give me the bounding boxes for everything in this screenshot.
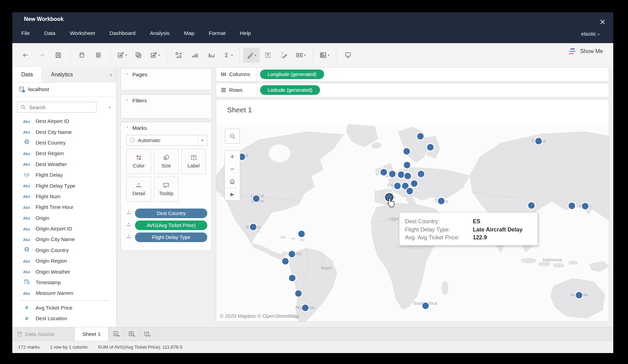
map-mark[interactable] (381, 169, 387, 176)
map-mark[interactable] (582, 203, 589, 210)
map-mark[interactable] (253, 196, 260, 202)
undo-button[interactable] (17, 48, 34, 63)
annotate-button[interactable] (276, 48, 293, 63)
pill-latitude-generated-[interactable]: Latitude (generated) (260, 85, 320, 95)
clear-sheet-button[interactable]: ▾ (147, 48, 163, 63)
collapse-icon[interactable]: ⌃ (126, 73, 129, 77)
collapse-pane-icon[interactable]: ‹ (106, 67, 116, 82)
mark-type-dropdown[interactable]: Automatic ▾ (126, 135, 207, 146)
map-mark[interactable] (298, 231, 305, 237)
save-button[interactable] (50, 48, 66, 63)
menu-file[interactable]: File (21, 28, 30, 38)
field-flight-time-hour[interactable]: AbcFlight Time Hour (12, 202, 116, 212)
pill-flight-delay-type[interactable]: Flight Delay Type (135, 233, 207, 242)
map-mark[interactable] (405, 173, 411, 179)
new-story-button[interactable] (140, 327, 155, 341)
map-mark[interactable] (418, 171, 424, 177)
field-dest-region[interactable]: AbcDest Region (12, 148, 116, 159)
map-mark[interactable] (417, 133, 424, 140)
size-shelf-button[interactable]: Size (154, 149, 178, 174)
pill-avg-avg-ticket-price-[interactable]: AVG(Avg Ticket Price) (135, 221, 207, 230)
map-mark[interactable] (576, 292, 582, 299)
zoom-out-button[interactable]: − (225, 163, 240, 175)
label-shelf-button[interactable]: Label (181, 149, 206, 174)
pages-card[interactable]: ⌃ Pages (121, 68, 212, 90)
columns-shelf[interactable]: Columns Longitude (generated) (216, 67, 609, 81)
search-options-icon[interactable]: ▾ (107, 104, 112, 111)
detail-shelf-icon[interactable] (126, 234, 131, 240)
field-avg-ticket-price[interactable]: #Avg Ticket Price (12, 302, 116, 313)
map-mark[interactable] (295, 290, 302, 297)
map-mark[interactable] (250, 224, 257, 230)
chevron-down-icon[interactable]: ▾ (198, 135, 207, 145)
fit-button[interactable]: ▾ (293, 48, 309, 63)
map-mark[interactable] (535, 138, 542, 145)
new-worksheet-button[interactable] (109, 327, 124, 341)
color-shelf-button[interactable]: Color (126, 149, 151, 174)
map-search-button[interactable] (225, 129, 240, 143)
zoom-in-button[interactable]: + (225, 151, 240, 163)
field-origin-country[interactable]: Origin Country (12, 245, 116, 255)
sort-descending-button[interactable] (203, 48, 220, 63)
show-me-button[interactable]: Show Me (568, 48, 603, 55)
redo-button[interactable] (34, 48, 50, 63)
sort-ascending-button[interactable] (187, 48, 203, 63)
map-mark[interactable] (289, 251, 295, 258)
sheet-tab-sheet-1[interactable]: Sheet 1 (74, 327, 108, 341)
user-menu[interactable]: elastic▾ (581, 31, 600, 37)
map-mark[interactable] (282, 258, 289, 265)
map-mark[interactable] (407, 188, 413, 194)
field-flight-delay[interactable]: T|FFlight Delay (12, 170, 116, 180)
tooltip-shelf-button[interactable]: Tooltip (154, 177, 178, 202)
close-icon[interactable]: ✕ (600, 18, 606, 26)
menu-dashboard[interactable]: Dashboard (109, 28, 136, 38)
map-mark[interactable] (438, 198, 445, 204)
show-mark-labels-button[interactable] (260, 48, 276, 63)
field-dest-airport-id[interactable]: AbcDest Airport ID (12, 116, 116, 126)
field-origin-region[interactable]: AbcOrigin Region (12, 255, 116, 266)
map-mark[interactable] (394, 183, 401, 189)
map-mark[interactable] (302, 305, 309, 311)
map-mark[interactable] (427, 144, 434, 151)
field-timestamp[interactable]: Timestamp (12, 277, 116, 288)
detail-shelf-button[interactable]: Detail (126, 177, 151, 202)
detail-shelf-icon[interactable] (126, 222, 131, 228)
search-box[interactable] (17, 102, 97, 113)
field-origin-airport-id[interactable]: AbcOrigin Airport ID (12, 223, 116, 234)
menu-help[interactable]: Help (239, 28, 251, 38)
data-connection[interactable]: localhost (12, 82, 116, 97)
field-dest-country[interactable]: Dest Country (12, 137, 116, 148)
menu-worksheet[interactable]: Worksheet (69, 28, 96, 38)
collapse-icon[interactable]: ⌃ (126, 126, 129, 130)
filters-card[interactable]: ⌃ Filters (121, 95, 212, 118)
collapse-icon[interactable]: ⌃ (126, 99, 129, 103)
presentation-mode-button[interactable] (340, 48, 356, 63)
new-worksheet-button[interactable]: ▾ (114, 48, 130, 63)
map-mark[interactable] (389, 171, 396, 177)
search-input[interactable] (28, 104, 88, 111)
new-data-source-button[interactable] (74, 48, 90, 63)
show-cards-button[interactable]: ▾ (316, 48, 333, 63)
field-dest-city-name[interactable]: AbcDest City Name (12, 126, 116, 137)
tab-analytics[interactable]: Analytics (42, 67, 82, 82)
tab-data[interactable]: Data (12, 67, 42, 82)
swap-rows-columns-button[interactable] (170, 48, 187, 63)
map-mark[interactable] (289, 275, 296, 281)
rows-shelf[interactable]: Rows Latitude (generated) (216, 83, 609, 97)
map-mark[interactable] (404, 162, 410, 168)
field-distance-kilometers[interactable]: #Distance Kilometers (12, 324, 116, 327)
map-mark[interactable] (422, 303, 429, 309)
pan-controls-button[interactable]: ▶ (225, 188, 240, 200)
menu-analysis[interactable]: Analysis (149, 28, 170, 38)
menu-data[interactable]: Data (44, 28, 56, 38)
pill-dest-country[interactable]: Dest Country (135, 209, 207, 218)
field-origin-city-name[interactable]: AbcOrigin City Name (12, 234, 116, 244)
map-mark[interactable] (398, 172, 405, 178)
pill-longitude-generated-[interactable]: Longitude (generated) (260, 70, 324, 79)
field-measure-names[interactable]: AbcMeasure Names (12, 288, 116, 298)
map-mark[interactable] (528, 202, 535, 209)
field-origin[interactable]: AbcOrigin (12, 213, 116, 223)
map-mark[interactable] (404, 148, 410, 155)
new-dashboard-button[interactable] (124, 327, 140, 341)
data-source-tab[interactable]: Data Source (12, 327, 63, 341)
